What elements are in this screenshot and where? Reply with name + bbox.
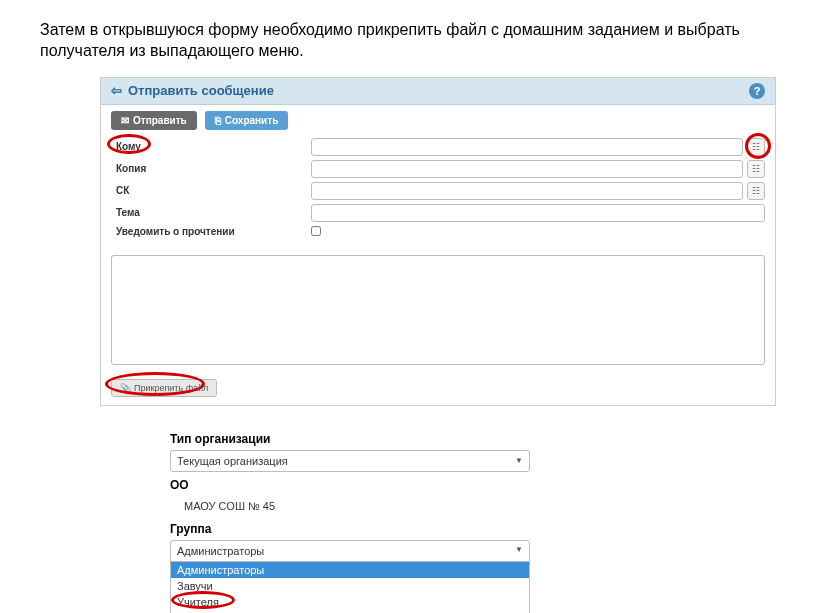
subject-label: Тема	[111, 207, 311, 218]
chevron-down-icon: ▼	[515, 456, 523, 465]
help-icon[interactable]: ?	[749, 83, 765, 99]
message-body[interactable]	[111, 255, 765, 365]
to-input[interactable]	[311, 138, 743, 156]
group-option[interactable]: Администраторы	[171, 562, 529, 578]
compose-form: Кому ☷ Копия ☷ СК ☷ Тема	[101, 136, 775, 251]
compose-panel: ⇦ Отправить сообщение ? ✉ Отправить ⎘ Со…	[100, 77, 776, 406]
copy-input[interactable]	[311, 160, 743, 178]
group-option[interactable]: Все сотрудники	[171, 610, 529, 613]
compose-title: Отправить сообщение	[128, 83, 274, 98]
save-icon: ⎘	[215, 115, 221, 126]
org-type-select[interactable]: Текущая организация ▼	[170, 450, 530, 472]
read-receipt-row: Уведомить о прочтении	[111, 226, 765, 237]
group-selected-value: Администраторы	[177, 545, 264, 557]
save-button-label: Сохранить	[225, 115, 279, 126]
bcc-row: СК ☷	[111, 182, 765, 200]
send-button[interactable]: ✉ Отправить	[111, 111, 197, 130]
compose-toolbar: ✉ Отправить ⎘ Сохранить	[101, 105, 775, 136]
group-select-open[interactable]: Администраторы ▼ Администраторы Завучи У…	[170, 540, 530, 613]
subject-input[interactable]	[311, 204, 765, 222]
group-label: Группа	[170, 522, 630, 536]
mail-icon: ✉	[121, 115, 129, 126]
oo-label: ОО	[170, 478, 630, 492]
copy-picker-button[interactable]: ☷	[747, 160, 765, 178]
instruction-text: Затем в открывшуюся форму необходимо при…	[0, 0, 816, 72]
group-option[interactable]: Завучи	[171, 578, 529, 594]
to-picker-button[interactable]: ☷	[747, 138, 765, 156]
bcc-label: СК	[111, 185, 311, 196]
org-type-value: Текущая организация	[177, 455, 288, 467]
back-arrow-icon[interactable]: ⇦	[111, 83, 122, 98]
attach-file-button[interactable]: 📎 Прикрепить файл	[111, 379, 217, 397]
to-label: Кому	[111, 141, 311, 152]
bcc-input[interactable]	[311, 182, 743, 200]
chevron-down-icon: ▼	[515, 545, 523, 557]
org-type-label: Тип организации	[170, 432, 630, 446]
save-button[interactable]: ⎘ Сохранить	[205, 111, 289, 130]
compose-header: ⇦ Отправить сообщение ?	[101, 78, 775, 105]
read-receipt-checkbox[interactable]	[311, 226, 321, 236]
attach-file-label: Прикрепить файл	[134, 383, 208, 393]
group-selected-row[interactable]: Администраторы ▼	[171, 541, 529, 562]
copy-label: Копия	[111, 163, 311, 174]
paperclip-icon: 📎	[120, 383, 131, 393]
recipient-picker-panel: Тип организации Текущая организация ▼ ОО…	[165, 421, 635, 613]
attach-row: 📎 Прикрепить файл	[101, 369, 775, 405]
copy-row: Копия ☷	[111, 160, 765, 178]
group-dropdown-list: Администраторы Завучи Учителя Все сотруд…	[171, 562, 529, 613]
send-button-label: Отправить	[133, 115, 187, 126]
read-receipt-label: Уведомить о прочтении	[111, 226, 311, 237]
subject-row: Тема	[111, 204, 765, 222]
to-row: Кому ☷	[111, 138, 765, 156]
bcc-picker-button[interactable]: ☷	[747, 182, 765, 200]
oo-value: МАОУ СОШ № 45	[170, 496, 630, 516]
group-option[interactable]: Учителя	[171, 594, 529, 610]
